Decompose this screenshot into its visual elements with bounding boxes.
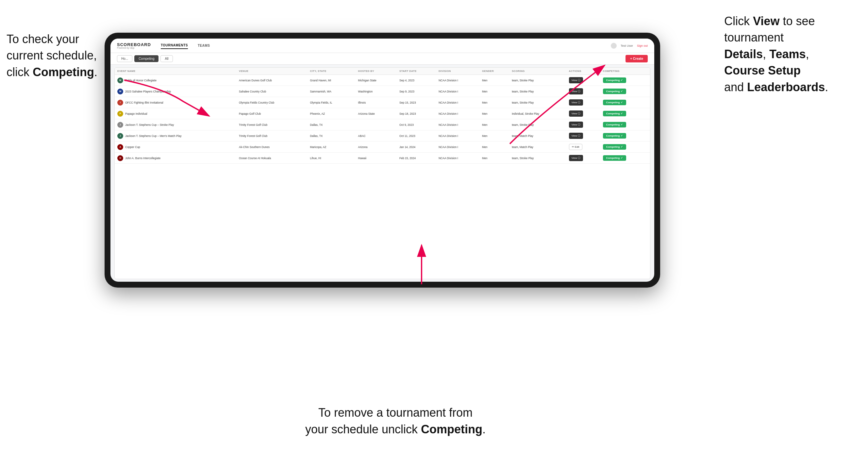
user-icon	[611, 43, 617, 49]
scoring-cell: team, Stroke Play	[509, 119, 566, 130]
event-name: Jackson T. Stephens Cup – Men's Match Pl…	[125, 134, 182, 137]
tablet-screen: SCOREBOARD Powered by clipp TOURNAMENTS …	[111, 38, 654, 282]
competing-button[interactable]: Competing ✓	[603, 144, 626, 150]
event-name-cell: W 2023 Sahalee Players Championship	[115, 86, 236, 97]
view-button[interactable]: View ⓘ	[569, 99, 583, 105]
view-button[interactable]: View ⓘ	[569, 111, 583, 117]
hosted-by-cell: Hawaii	[355, 153, 397, 164]
hosted-by-cell: Michigan State	[355, 75, 397, 86]
city-state-cell: Dallas, TX	[307, 119, 355, 130]
view-button[interactable]: View ⓘ	[569, 155, 583, 161]
col-gender: GENDER	[479, 68, 509, 75]
competing-cell: Competing ✓	[600, 142, 650, 153]
gender-cell: Men	[479, 119, 509, 130]
sign-out-link[interactable]: Sign out	[637, 44, 648, 48]
event-name-cell: M Folds of Honor Collegiate	[115, 75, 236, 86]
actions-cell: View ⓘ	[566, 86, 600, 97]
view-button[interactable]: View ⓘ	[569, 77, 583, 83]
city-state-cell: Dallas, TX	[307, 130, 355, 142]
event-name-cell: H John A. Burns Intercollegiate	[115, 153, 236, 164]
event-name-cell: I OFCC Fighting Illini Invitational	[115, 97, 236, 108]
scoring-cell: team, Stroke Play	[509, 75, 566, 86]
team-logo: H	[117, 155, 123, 161]
nav-tournaments[interactable]: TOURNAMENTS	[161, 42, 188, 49]
event-name-cell: P Papago Individual	[115, 108, 236, 119]
city-state-cell: Grand Haven, MI	[307, 75, 355, 86]
col-competing: COMPETING	[600, 68, 650, 75]
venue-cell: Olympia Fields Country Club	[236, 97, 307, 108]
table-row: J Jackson T. Stephens Cup – Men's Match …	[115, 130, 650, 142]
competing-button[interactable]: Competing ✓	[603, 155, 626, 161]
nav-teams[interactable]: TEAMS	[198, 42, 210, 49]
venue-cell: Ocean Course At Hokuala	[236, 153, 307, 164]
division-cell: NCAA Division I	[436, 142, 479, 153]
hosted-by-cell: Arizona State	[355, 108, 397, 119]
app-header: SCOREBOARD Powered by clipp TOURNAMENTS …	[111, 38, 654, 53]
tab-home[interactable]: Ho...	[117, 55, 132, 62]
table-row: P Papago Individual Papago Golf ClubPhoe…	[115, 108, 650, 119]
tablet-frame: SCOREBOARD Powered by clipp TOURNAMENTS …	[104, 33, 660, 288]
table-row: M Folds of Honor Collegiate American Dun…	[115, 75, 650, 86]
competing-button[interactable]: Competing ✓	[603, 89, 626, 94]
competing-button[interactable]: Competing ✓	[603, 133, 626, 138]
city-state-cell: Lihue, HI	[307, 153, 355, 164]
view-button[interactable]: View ⓘ	[569, 133, 583, 139]
actions-cell: View ⓘ	[566, 75, 600, 86]
tournaments-table: EVENT NAME VENUE CITY, STATE HOSTED BY S…	[115, 68, 650, 164]
brand-sub: Powered by clipp	[117, 47, 151, 49]
start-date-cell: Sep 9, 2023	[397, 86, 436, 97]
division-cell: NCAA Division I	[436, 75, 479, 86]
scoring-cell: team, Stroke Play	[509, 86, 566, 97]
division-cell: NCAA Division I	[436, 108, 479, 119]
event-name: OFCC Fighting Illini Invitational	[125, 101, 163, 104]
competing-button[interactable]: Competing ✓	[603, 122, 626, 127]
gender-cell: Men	[479, 130, 509, 142]
actions-cell: View ⓘ	[566, 97, 600, 108]
start-date-cell: Sep 15, 2023	[397, 97, 436, 108]
start-date-cell: Sep 4, 2023	[397, 75, 436, 86]
gender-cell: Men	[479, 86, 509, 97]
competing-button[interactable]: Competing ✓	[603, 100, 626, 105]
event-name-cell: A Copper Cup	[115, 142, 236, 153]
gender-cell: Men	[479, 75, 509, 86]
team-logo: M	[117, 77, 123, 83]
col-division: DIVISION	[436, 68, 479, 75]
edit-button[interactable]: ✏ Edit	[569, 144, 582, 150]
table-row: J Jackson T. Stephens Cup – Stroke Play …	[115, 119, 650, 130]
actions-cell: ✏ Edit	[566, 142, 600, 153]
annotation-top-right: Click View to seetournamentDetails, Team…	[724, 13, 862, 95]
tab-competing[interactable]: Competing	[134, 55, 158, 62]
competing-cell: Competing ✓	[600, 153, 650, 164]
venue-cell: Trinity Forest Golf Club	[236, 119, 307, 130]
competing-cell: Competing ✓	[600, 119, 650, 130]
view-button[interactable]: View ⓘ	[569, 88, 583, 94]
tab-all[interactable]: All	[160, 55, 173, 62]
hosted-by-cell: ABAC	[355, 130, 397, 142]
city-state-cell: Olympia Fields, IL	[307, 97, 355, 108]
view-button[interactable]: View ⓘ	[569, 122, 583, 128]
venue-cell: American Dunes Golf Club	[236, 75, 307, 86]
col-event-name: EVENT NAME	[115, 68, 236, 75]
start-date-cell: Jan 14, 2024	[397, 142, 436, 153]
header-right: Test User Sign out	[611, 43, 648, 49]
scoring-cell: team, Stroke Play	[509, 97, 566, 108]
table-row: W 2023 Sahalee Players Championship Saha…	[115, 86, 650, 97]
venue-cell: Papago Golf Club	[236, 108, 307, 119]
hosted-by-cell: Washington	[355, 86, 397, 97]
city-state-cell: Maricopa, AZ	[307, 142, 355, 153]
competing-button[interactable]: Competing ✓	[603, 111, 626, 116]
competing-cell: Competing ✓	[600, 130, 650, 142]
event-name: John A. Burns Intercollegiate	[125, 157, 160, 160]
table-header-row: EVENT NAME VENUE CITY, STATE HOSTED BY S…	[115, 68, 650, 75]
create-button[interactable]: + Create	[625, 55, 648, 62]
team-logo: J	[117, 133, 123, 139]
competing-cell: Competing ✓	[600, 75, 650, 86]
event-name: Copper Cup	[125, 146, 140, 149]
division-cell: NCAA Division I	[436, 119, 479, 130]
team-logo: J	[117, 122, 123, 128]
gender-cell: Men	[479, 108, 509, 119]
col-scoring: SCORING	[509, 68, 566, 75]
venue-cell: Ak-Chin Southern Dunes	[236, 142, 307, 153]
start-date-cell: Oct 11, 2023	[397, 130, 436, 142]
competing-button[interactable]: Competing ✓	[603, 77, 626, 83]
